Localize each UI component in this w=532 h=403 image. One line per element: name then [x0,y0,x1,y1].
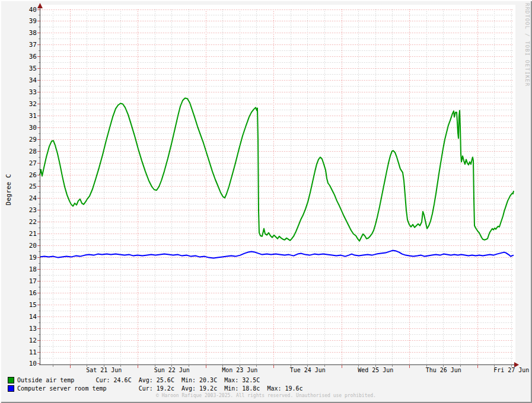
x-tick-label: Sat 21 Jun [86,367,122,373]
y-tick-label: 21 [29,230,37,238]
y-tick-label: 33 [29,88,37,96]
y-tick-label: 35 [29,65,37,72]
y-tick-label: 28 [29,148,37,155]
y-tick-label: 10 [29,360,37,367]
footer-copyright: © Haroon Rafique 2003-2025. All rights r… [0,393,532,398]
x-tick-label: Mon 23 Jun [222,367,257,373]
y-tick-label: 37 [29,41,37,49]
x-tick-label: Sun 22 Jun [154,367,190,373]
x-tick-label: Tue 24 Jun [290,367,326,373]
outside-air-swatch-icon [8,377,14,383]
y-tick-label: 39 [29,17,37,25]
legend-text-outside-air: Outside air temp Cur: 24.6C Avg: 25.6C M… [17,377,260,383]
y-tick-label: 34 [29,76,37,84]
rrdtool-watermark: RRDTOOL / TOBI OETIKER [524,3,530,87]
y-tick-label: 32 [29,100,37,108]
y-tick-label: 18 [29,266,37,273]
y-tick-label: 25 [29,183,37,190]
y-tick-label: 30 [29,124,37,132]
rrdtool-graph: 1011121314151617181920212223242526272829… [0,0,532,403]
y-tick-label: 29 [29,136,37,143]
y-tick-label: 17 [29,277,37,285]
y-tick-label: 11 [29,348,37,356]
y-tick-label: 27 [29,159,37,167]
y-tick-label: 16 [29,289,37,297]
y-tick-label: 19 [29,254,37,261]
y-tick-label: 20 [29,242,37,250]
y-axis-labels: 1011121314151617181920212223242526272829… [29,6,37,368]
server-room-swatch-icon [8,385,14,392]
temperature-chart: 1011121314151617181920212223242526272829… [0,0,532,403]
y-tick-label: 22 [29,218,37,226]
y-tick-label: 26 [29,171,37,179]
x-tick-label: Wed 25 Jun [358,367,393,373]
y-tick-label: 31 [29,112,37,120]
legend-row-server-room: Computer server room temp Cur: 19.2c Avg… [8,385,303,392]
x-tick-label: Fri 27 Jun [493,367,529,373]
y-tick-label: 13 [29,325,37,332]
x-axis-labels: Sat 21 JunSun 22 JunMon 23 JunTue 24 Jun… [86,367,529,373]
y-tick-label: 23 [29,206,37,214]
y-tick-label: 24 [29,194,37,202]
y-tick-label: 36 [29,53,37,60]
y-tick-label: 12 [29,337,37,344]
legend-text-server-room: Computer server room temp Cur: 19.2c Avg… [17,385,303,392]
y-tick-label: 38 [29,29,37,37]
y-tick-label: 40 [29,6,37,14]
y-tick-label: 15 [29,301,37,309]
x-tick-label: Thu 26 Jun [426,367,461,373]
y-axis-title: Degree C [5,174,12,206]
y-tick-label: 14 [29,313,37,321]
legend-row-outside-air: Outside air temp Cur: 24.6C Avg: 25.6C M… [8,376,260,383]
